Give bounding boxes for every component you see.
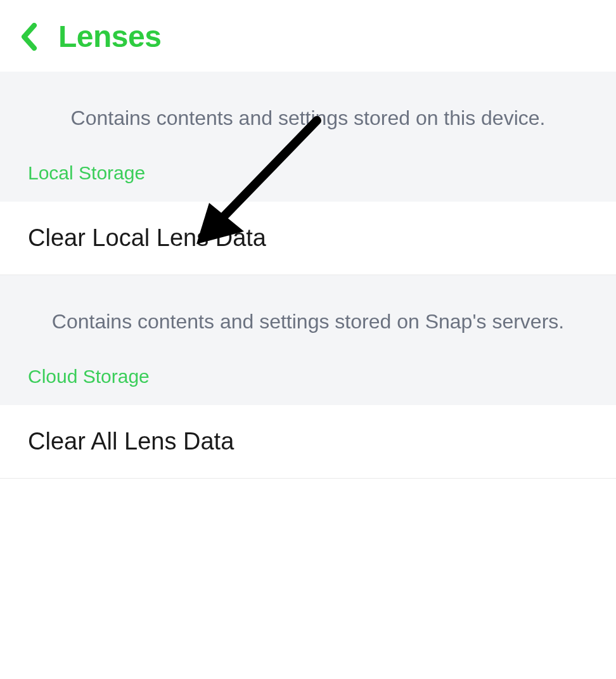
clear-all-lens-data-label: Clear All Lens Data [28,428,588,455]
clear-local-lens-data-item[interactable]: Clear Local Lens Data [0,202,616,275]
back-chevron-icon[interactable] [20,23,38,51]
cloud-storage-description: Contains contents and settings stored on… [28,308,588,335]
header: Lenses [0,0,616,72]
page-title: Lenses [58,19,161,54]
local-storage-description: Contains contents and settings stored on… [28,105,588,132]
cloud-storage-section-header: Contains contents and settings stored on… [0,275,616,405]
local-storage-label: Local Storage [28,162,588,184]
cloud-storage-label: Cloud Storage [28,366,588,387]
clear-all-lens-data-item[interactable]: Clear All Lens Data [0,405,616,479]
clear-local-lens-data-label: Clear Local Lens Data [28,224,588,252]
local-storage-section-header: Contains contents and settings stored on… [0,72,616,202]
